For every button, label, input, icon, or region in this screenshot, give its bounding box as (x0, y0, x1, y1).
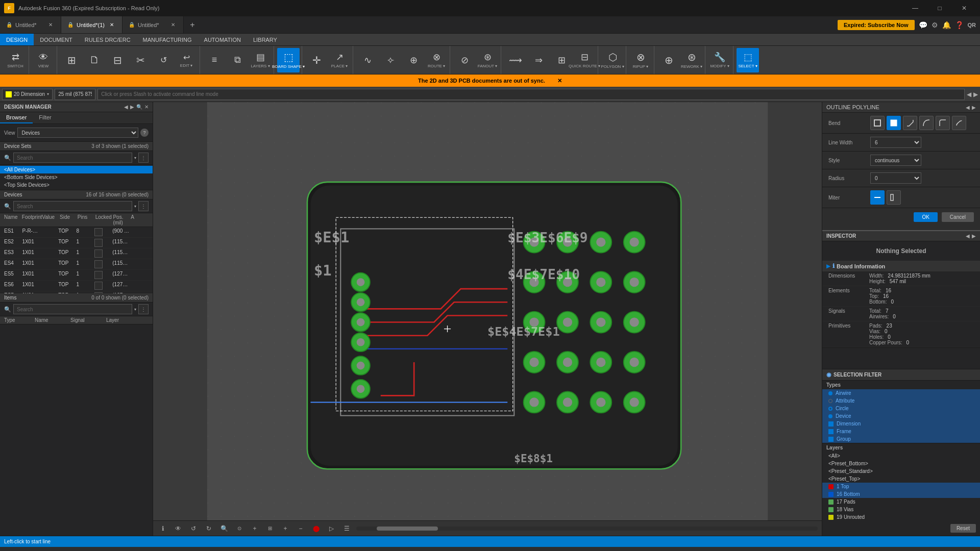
menu-library[interactable]: LIBRARY (247, 34, 283, 45)
menu-rules[interactable]: RULES DRC/ERC (79, 34, 137, 45)
size-input[interactable] (55, 89, 95, 100)
edit-undo-button[interactable]: ↺ (152, 48, 175, 72)
miter-btn-1[interactable] (870, 190, 885, 205)
qr-icon[interactable]: QR (968, 22, 976, 28)
rework-1-button[interactable]: ⊕ (657, 48, 680, 72)
canvas-zoom-out-button[interactable]: 🔍 (218, 523, 230, 534)
add-tab-button[interactable]: + (184, 16, 201, 33)
polygon-button[interactable]: ⬡ POLYGON ▾ (601, 48, 624, 72)
command-line-input[interactable] (97, 89, 965, 100)
devices-filter-button[interactable]: ⋮ (138, 201, 149, 211)
menu-automation[interactable]: AUTOMATION (198, 34, 247, 45)
switch-button[interactable]: ⇄ SWITCH (4, 48, 27, 72)
layer-item-17-pads[interactable]: 17 Pads (822, 498, 980, 506)
toolbar-collapse-icon[interactable]: ▶ (973, 91, 978, 98)
edit-cut-button[interactable]: ✂ (129, 48, 152, 72)
ripup-button[interactable]: ⊗ RIPUP ▾ (629, 48, 652, 72)
filter-type-circle[interactable]: Circle (822, 405, 980, 412)
panel-expand-right[interactable]: ▶ (130, 104, 134, 110)
layer-item-18-vias[interactable]: 18 Vias (822, 506, 980, 513)
miter-btn-2[interactable] (887, 190, 901, 205)
close-button[interactable]: ✕ (952, 0, 976, 16)
layer-item-19-unrouted[interactable]: 19 Unrouted (822, 513, 980, 521)
panel-expand-left[interactable]: ◀ (124, 104, 128, 110)
subscribe-button[interactable]: Expired: Subscribe Now (838, 20, 915, 30)
view-help-button[interactable]: ? (140, 129, 149, 137)
place-1-button[interactable]: ✛ (305, 48, 328, 72)
quick-route-4-button[interactable]: ⊟ QUICK ROUTE ▾ (573, 48, 596, 72)
panel-tab-browser[interactable]: Browser (0, 112, 33, 123)
select-button[interactable]: ⬚ SELECT ▾ (737, 48, 759, 72)
panel-close-btn[interactable]: ✕ (144, 104, 149, 110)
outline-panel-expand-left[interactable]: ◀ (966, 105, 970, 110)
board-shape-button[interactable]: ⬚ BOARD SHAPE ▾ (277, 48, 300, 72)
layer-item-preset-top[interactable]: <Preset_Top> (822, 475, 980, 483)
settings-icon[interactable]: ⚙ (932, 21, 938, 29)
edit-redo-button[interactable]: ↩ EDIT ▾ (175, 48, 198, 72)
devices-dropdown-arrow[interactable]: ▾ (134, 204, 136, 209)
filter-type-frame[interactable]: Frame (822, 428, 980, 435)
tab-close-3[interactable]: ✕ (169, 21, 177, 29)
canvas-info-button[interactable]: ℹ (157, 523, 168, 534)
layers-3-button[interactable]: ▤ LAYERS ▾ (249, 48, 272, 72)
canvas-menu-button[interactable]: ☰ (341, 523, 352, 534)
outline-cancel-button[interactable]: Cancel (942, 212, 974, 222)
panel-tab-filter[interactable]: Filter (33, 112, 57, 123)
reset-button[interactable]: Reset (950, 524, 976, 533)
quick-route-1-button[interactable]: ⟿ (504, 48, 527, 72)
canvas-grid-button[interactable]: ⊞ (264, 523, 276, 534)
route-3-button[interactable]: ⊕ (402, 48, 425, 72)
style-select[interactable]: continuous (870, 155, 921, 166)
table-row[interactable]: ES4 1X01 TOP 1 (1150 9... (0, 259, 153, 270)
inspector-expand-right[interactable]: ▶ (972, 233, 976, 239)
view-button[interactable]: 👁 VIEW (32, 48, 55, 72)
canvas-redo-button[interactable]: ↻ (203, 523, 214, 534)
canvas-area[interactable]: $E$1 $1 $E$3E$6E$9 $4E$7E$10 $E$4E$7E$1 … (153, 102, 822, 536)
tab-untitled3[interactable]: 🔒 Untitled* ✕ (122, 16, 184, 33)
layer-item-preset-bottom[interactable]: <Preset_Bottom> (822, 460, 980, 467)
items-filter-button[interactable]: ⋮ (138, 304, 149, 314)
fanout-2-button[interactable]: ⊛ FANOUT ▾ (476, 48, 499, 72)
tab-untitled2[interactable]: 🔒 Untitled*(1) ✕ (61, 16, 122, 33)
modify-button[interactable]: 🔧 MODIFY ▾ (708, 48, 731, 72)
devices-search-input[interactable] (13, 201, 132, 211)
menu-design[interactable]: DESIGN (0, 34, 34, 45)
sync-warning-close[interactable]: ✕ (557, 78, 562, 84)
table-row[interactable]: ES5 1X01 TOP 1 (1275 1... (0, 270, 153, 281)
canvas-add-button[interactable]: + (280, 523, 291, 534)
canvas-horizontal-scrollbar[interactable] (356, 527, 818, 531)
edit-grid-button[interactable]: ⊞ (60, 48, 83, 72)
bend-diagonal-button[interactable] (903, 116, 917, 130)
panel-search-btn[interactable]: 🔍 (136, 104, 142, 110)
filter-type-device[interactable]: Device (822, 412, 980, 420)
layer-item-preset-standard[interactable]: <Preset_Standard> (822, 467, 980, 475)
layer-item-16-bottom[interactable]: 16 Bottom (822, 490, 980, 498)
filter-type-airwire[interactable]: Airwire (822, 389, 980, 397)
maximize-button[interactable]: □ (928, 0, 951, 16)
layer-item-all[interactable]: <All> (822, 452, 980, 460)
table-row[interactable]: ES3 1X01 TOP 1 (1150 1... (0, 248, 153, 259)
tab-close-2[interactable]: ✕ (108, 21, 116, 29)
canvas-stop-button[interactable]: ⬤ (310, 523, 322, 534)
tab-untitled1[interactable]: 🔒 Untitled* ✕ (0, 16, 61, 33)
layers-1-button[interactable]: ≡ (203, 48, 226, 72)
toolbar-expand-icon[interactable]: ◀ (967, 91, 971, 98)
layer-selector[interactable]: 20 Dimension ▾ (2, 89, 53, 100)
bend-square-button[interactable] (870, 116, 885, 130)
help-icon[interactable]: ❓ (955, 21, 964, 29)
items-search-input[interactable] (13, 304, 132, 314)
route-4-button[interactable]: ⊗ ROUTE ▾ (425, 48, 448, 72)
bend-rounded-button[interactable] (919, 116, 934, 130)
device-sets-search-input[interactable] (13, 153, 132, 163)
view-select[interactable]: Devices (17, 128, 139, 138)
canvas-view-button[interactable]: 👁 (173, 523, 184, 534)
notification-icon[interactable]: 🔔 (942, 21, 951, 29)
layers-2-button[interactable]: ⧉ (226, 48, 249, 72)
canvas-undo-button[interactable]: ↺ (188, 523, 199, 534)
canvas-play-button[interactable]: ▷ (326, 523, 337, 534)
device-sets-filter-button[interactable]: ⋮ (138, 153, 149, 163)
quick-route-2-button[interactable]: ⇒ (527, 48, 550, 72)
route-2-button[interactable]: ⟣ (379, 48, 402, 72)
canvas-minus-button[interactable]: − (295, 523, 306, 534)
rework-2-button[interactable]: ⊛ REWORK ▾ (680, 48, 703, 72)
